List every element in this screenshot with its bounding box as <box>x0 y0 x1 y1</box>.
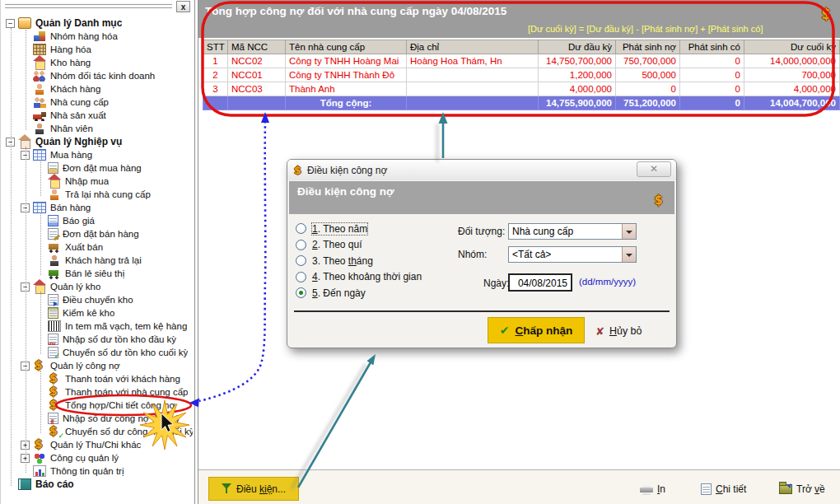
group-combobox[interactable]: <Tất cả> <box>508 246 637 263</box>
detail-button[interactable]: Chi tiết <box>701 480 746 498</box>
tree-item-retail[interactable]: Bán lẻ siêu thị <box>2 267 193 280</box>
tree-item-tools[interactable]: +Công cụ quản lý <box>2 451 193 464</box>
dialog-titlebar[interactable]: $ Điều kiện công nợ ✕ <box>287 160 676 180</box>
radio-icon[interactable] <box>296 223 306 234</box>
column-header[interactable]: Phát sinh nợ <box>616 40 680 54</box>
tree-item-warehouse-mgmt[interactable]: −Quản lý kho <box>2 280 193 293</box>
tree-item-label: Báo giá <box>63 216 95 226</box>
cancel-button[interactable]: ✘ Hủy bỏ <box>595 321 642 341</box>
tree-item-label: Công cụ quản lý <box>50 453 119 463</box>
radio-option-2[interactable]: 2. Theo quí <box>296 237 422 254</box>
tree-item-customer-return[interactable]: Khách hàng trả lại <box>2 254 193 267</box>
tree-item-purchase[interactable]: −Mua hàng <box>2 148 193 161</box>
tree-item-warehouse[interactable]: Kho hàng <box>2 56 193 69</box>
column-header[interactable]: Tên nhà cung cấp <box>286 40 407 54</box>
tree-item-goods[interactable]: Hàng hóa <box>2 43 193 56</box>
tree-item-debt-summary[interactable]: Tổng hợp/Chi tiết công nợ <box>2 399 193 412</box>
filter-button[interactable]: Điều kiện... <box>208 477 299 501</box>
cancel-button-label: Hủy bỏ <box>609 325 642 337</box>
tree-item-label: Quản lý kho <box>50 282 100 292</box>
print-button[interactable]: In <box>640 480 665 498</box>
table-cell: NCC03 <box>228 82 286 96</box>
table-row[interactable]: 3NCC03Thành Anh4,000,000004,000,000 <box>203 82 840 96</box>
person-dark-icon <box>33 123 46 134</box>
debt-summary-table: STTMã NCCTên nhà cung cấpĐịa chỉDư đầu k… <box>203 40 840 110</box>
tree-item-barcode-print[interactable]: In tem mã vạch, tem kệ hàng <box>2 320 193 333</box>
tree-item-sales-order[interactable]: Đơn đặt bán hàng <box>2 227 193 240</box>
dialog-header-band: Điều kiện công nợ $ <box>289 181 674 214</box>
tree-item-other-income[interactable]: +Quản lý Thu/Chi khác <box>2 438 193 451</box>
tree-item-suppliers[interactable]: Nhà cung cấp <box>2 96 193 109</box>
tree-item-stocktake[interactable]: Kiểm kê kho <box>2 306 193 320</box>
tree-item-sales[interactable]: −Bán hàng <box>2 201 193 214</box>
group-field-label: Nhóm: <box>458 249 487 260</box>
table-row[interactable]: 1NCC02Công ty TNHH Hoàng MaiHoàng Hoa Th… <box>203 54 840 68</box>
chart-icon <box>33 465 46 477</box>
tree-item-debt-mgmt[interactable]: −Quản lý công nợ <box>2 359 193 372</box>
dialog-close-button[interactable]: ✕ <box>637 161 671 177</box>
tree-item-reports[interactable]: Báo cáo <box>2 478 193 491</box>
tree-item-quote[interactable]: Báo giá <box>2 214 193 227</box>
tree-item-purchase-order[interactable]: Đơn đặt mua hàng <box>2 161 193 175</box>
check-icon: ✔ <box>500 324 510 336</box>
radio-option-5[interactable]: 5. Đến ngày <box>296 285 422 301</box>
tree-item-pay-supplier[interactable]: Thanh toán với nhà cung cấp <box>2 385 193 399</box>
radio-icon[interactable] <box>296 240 306 250</box>
column-header[interactable]: STT <box>203 40 228 54</box>
back-button[interactable]: Trở về <box>779 480 825 498</box>
sidebar-close-button[interactable]: x <box>176 1 190 12</box>
tree-item-operations[interactable]: −Quản lý Nghiệp vụ <box>2 135 193 148</box>
chevron-down-icon[interactable] <box>622 247 636 262</box>
tree-item-label: Kho hàng <box>50 58 91 68</box>
radio-icon[interactable] <box>296 255 306 266</box>
tree-item-return-to-supplier[interactable]: Trả lại nhà cung cấp <box>2 188 193 201</box>
radio-option-4[interactable]: 4. Theo khoảng thời gian <box>296 269 422 286</box>
column-header[interactable]: Dư đầu kỳ <box>539 40 616 54</box>
table-blue-icon <box>33 149 46 161</box>
tree-item-goods-group[interactable]: Nhóm hàng hóa <box>2 30 193 43</box>
date-input[interactable]: 04/08/2015 <box>508 273 572 292</box>
column-header[interactable]: Địa chỉ <box>407 40 539 54</box>
table-cell: 2 <box>203 68 228 82</box>
radio-icon[interactable] <box>296 287 306 298</box>
tree-item-admin-info[interactable]: Thông tin quản trị <box>2 464 193 478</box>
total-cell <box>228 96 286 110</box>
tree-item-catalog[interactable]: −Quản lý Danh mục <box>2 16 193 30</box>
column-header[interactable]: Mã NCC <box>228 40 286 54</box>
tree-item-opening-debt[interactable]: Nhập số dư công nợ đầu kỳ <box>2 412 193 425</box>
object-combobox[interactable]: Nhà cung cấp <box>508 223 637 240</box>
tree-item-pay-customer[interactable]: Thanh toán với khách hàng <box>2 372 193 385</box>
table-row[interactable]: 2NCC01Công ty TNHH Thành Đô1,200,000500,… <box>203 68 840 82</box>
tree-item-customers[interactable]: Khách hàng <box>2 82 193 96</box>
tree-item-warehouse-transfer[interactable]: Điều chuyển kho <box>2 293 193 306</box>
folder-catalog-icon <box>18 17 31 29</box>
object-field-label: Đối tượng: <box>458 226 505 237</box>
bottom-toolbar: Điều kiện... In Chi tiết Trở về <box>198 469 840 504</box>
tree-item-closing-stock[interactable]: Chuyển số dư tồn kho cuối kỳ <box>2 346 193 359</box>
accept-button[interactable]: ✔ Chấp nhận <box>488 317 585 343</box>
column-header[interactable]: Phát sinh có <box>680 40 744 54</box>
tree-item-sales-export[interactable]: Xuất bán <box>2 240 193 254</box>
table-cell <box>407 82 539 96</box>
debt-condition-dialog: $ Điều kiện công nợ ✕ Điều kiện công nợ … <box>287 159 677 348</box>
tree-item-opening-stock[interactable]: Nhập số dư tồn kho đầu kỳ <box>2 333 193 346</box>
table-cell: 500,000 <box>616 68 680 82</box>
collapse-box[interactable]: − <box>6 19 15 28</box>
tree-item-purchase-import[interactable]: Nhập mua <box>2 175 193 188</box>
tree-item-producers[interactable]: Nhà sản xuất <box>2 109 193 122</box>
dialog-title: Điều kiện công nợ <box>307 165 387 176</box>
radio-option-3[interactable]: 3. Theo tháng <box>296 253 422 269</box>
tree-item-partner-group[interactable]: Nhóm đối tác kinh doanh <box>2 69 193 82</box>
column-header[interactable]: Dư cuối kỳ <box>744 40 840 54</box>
sidebar-panel: x −Quản lý Danh mụcNhóm hàng hóaHàng hóa… <box>0 0 195 504</box>
house-icon <box>33 57 46 68</box>
tree-item-closing-debt[interactable]: Chuyển số dư công nợ cuối kỳ <box>2 425 193 438</box>
radio-icon[interactable] <box>296 272 306 282</box>
radio-option-1[interactable]: 1. Theo năm <box>296 221 422 237</box>
dollar-icon <box>33 360 46 371</box>
chevron-down-icon[interactable] <box>622 224 636 239</box>
tree-item-staff[interactable]: Nhân viên <box>2 122 193 135</box>
sidebar-grip[interactable] <box>5 2 172 9</box>
tree-item-label: Hàng hóa <box>50 44 91 54</box>
tree-item-label: Khách hàng <box>50 84 100 94</box>
